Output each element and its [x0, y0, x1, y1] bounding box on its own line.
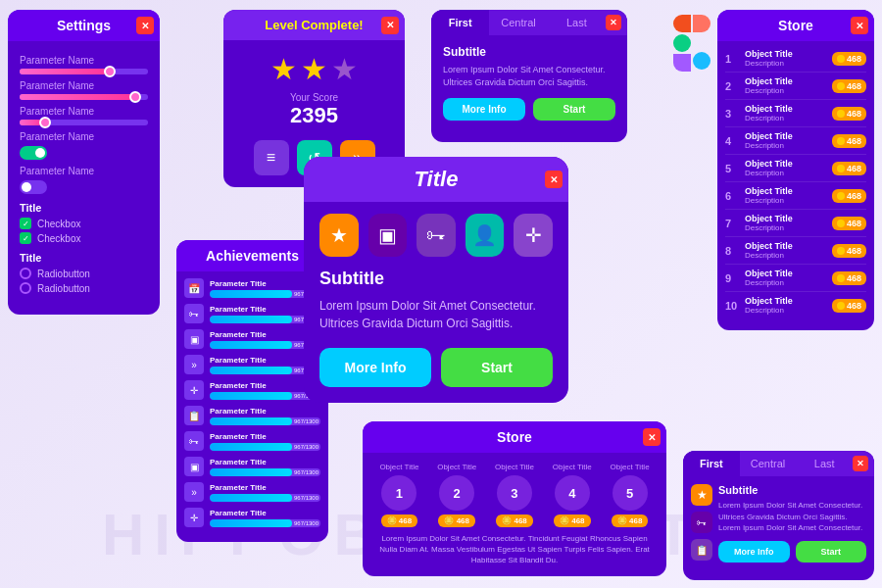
- tab-close-btn[interactable]: ✕: [606, 15, 621, 30]
- store-price-btn-4[interactable]: 468: [832, 134, 866, 148]
- tab-br-central[interactable]: Central: [740, 451, 797, 476]
- store-row-6: 6 Object Title Description 468: [725, 182, 866, 210]
- tab-central[interactable]: Central: [489, 10, 547, 35]
- score-value: 2395: [223, 103, 405, 128]
- store-price-btn-6[interactable]: 468: [832, 189, 866, 203]
- radio-row-1[interactable]: Radiobutton: [20, 268, 148, 279]
- ach-title-6: Parameter Title: [210, 407, 320, 416]
- store-num-4: 4: [725, 135, 739, 147]
- main-dialog-title: Title: [314, 167, 559, 192]
- toggle-1[interactable]: [20, 146, 47, 160]
- tab-br-close-btn[interactable]: ✕: [853, 456, 868, 471]
- figma-circle-pink: [693, 15, 710, 32]
- store-price-btn-8[interactable]: 468: [832, 244, 866, 258]
- store-price-btn-5[interactable]: 468: [832, 162, 866, 175]
- tab-br-first[interactable]: First: [683, 451, 740, 476]
- level-title: Level Complete!: [265, 18, 363, 32]
- store-num-2: 2: [725, 80, 739, 92]
- tab-br-start-btn[interactable]: Start: [796, 541, 867, 563]
- checkbox-row-1[interactable]: ✓ Checkbox: [20, 218, 148, 229]
- checkbox-row-2[interactable]: ✓ Checkbox: [20, 232, 148, 244]
- store-price-btn-7[interactable]: 468: [832, 217, 866, 230]
- main-dialog-body: Subtitle Lorem Ipsum Dolor Sit Amet Cons…: [304, 269, 568, 387]
- store-price-btn-10[interactable]: 468: [832, 299, 866, 313]
- ach-progress-6: 967/1300: [294, 417, 318, 425]
- ach-row-9: » Parameter Title 967/1300: [184, 479, 320, 505]
- settings-body: Parameter Name Parameter Name Parameter …: [8, 41, 160, 305]
- main-dialog-close-btn[interactable]: ✕: [545, 171, 563, 188]
- store-bottom-price-1[interactable]: 🪙 468: [381, 514, 418, 527]
- store-price-btn-3[interactable]: 468: [832, 107, 866, 121]
- ach-title-7: Parameter Title: [210, 432, 320, 441]
- toggle-row-2: [20, 180, 148, 194]
- store-bottom-price-3[interactable]: 🪙 468: [496, 514, 533, 527]
- store-price-btn-2[interactable]: 468: [832, 79, 866, 93]
- ach-row-5: ✛ Parameter Title 967/1300: [184, 377, 320, 403]
- star-2: ★: [301, 52, 327, 86]
- store-bottom-price-5[interactable]: 🪙 468: [612, 514, 649, 527]
- tab-br-icon-key[interactable]: 🗝: [691, 512, 712, 533]
- tab-br-subtitle: Subtitle: [718, 484, 866, 496]
- checkbox-2[interactable]: ✓: [20, 232, 31, 244]
- store-price-btn-1[interactable]: 468: [832, 52, 866, 66]
- ach-title-9: Parameter Title: [210, 483, 320, 492]
- figma-col-1: [673, 15, 691, 72]
- ach-icon-4: »: [184, 355, 204, 374]
- figma-circle-blue: [693, 52, 710, 70]
- store-bottom-circle-3: 3: [497, 475, 532, 511]
- tab-br-icon-star[interactable]: ★: [691, 484, 712, 506]
- radio-2[interactable]: [20, 282, 31, 294]
- param-label-1: Parameter Name: [20, 55, 148, 66]
- store-price-btn-9[interactable]: 468: [832, 271, 866, 285]
- tab-br-icon-doc[interactable]: 📋: [691, 539, 712, 561]
- level-btn-list[interactable]: ≡: [254, 140, 289, 175]
- checkbox-1[interactable]: ✓: [20, 218, 31, 229]
- ach-progress-7: 967/1300: [294, 443, 318, 451]
- settings-title: Settings: [57, 18, 111, 33]
- store-info-3: Object Title Description: [745, 104, 826, 122]
- slider-1[interactable]: [20, 69, 148, 74]
- store-bottom-price-2[interactable]: 🪙 468: [438, 514, 475, 527]
- tab-start-btn[interactable]: Start: [533, 98, 615, 121]
- store-bottom-label-2: Object Title: [437, 463, 476, 471]
- level-close-btn[interactable]: ✕: [381, 17, 399, 34]
- dialog-icon-card[interactable]: ▣: [368, 214, 408, 257]
- store-obj-title-9: Object Title: [745, 269, 826, 278]
- settings-close-btn[interactable]: ✕: [136, 17, 154, 34]
- main-start-btn[interactable]: Start: [441, 348, 553, 387]
- figma-circle-green: [673, 34, 691, 52]
- ach-bar-7: 967/1300: [210, 443, 320, 451]
- tab-more-info-btn[interactable]: More Info: [443, 98, 525, 121]
- store-bottom-item-2: Object Title 2 🪙 468: [437, 463, 476, 527]
- store-obj-desc-10: Description: [745, 306, 826, 315]
- store-bottom-close-btn[interactable]: ✕: [643, 428, 661, 446]
- store-bottom-label-3: Object Title: [495, 463, 534, 471]
- slider-3[interactable]: [20, 120, 148, 125]
- ach-row-4: » Parameter Title 967/1300: [184, 352, 320, 377]
- star-3: ★: [331, 52, 358, 86]
- store-right-close-btn[interactable]: ✕: [851, 17, 868, 34]
- store-bottom-price-4[interactable]: 🪙 468: [554, 514, 591, 527]
- radio-1[interactable]: [20, 268, 31, 279]
- ach-icon-6: 📋: [184, 406, 204, 425]
- store-bottom-circle-2: 2: [439, 475, 474, 511]
- slider-2[interactable]: [20, 94, 148, 100]
- store-bottom-label-5: Object Title: [611, 463, 650, 471]
- tab-first[interactable]: First: [431, 10, 489, 35]
- store-info-4: Object Title Description: [745, 131, 826, 150]
- main-more-info-btn[interactable]: More Info: [319, 348, 431, 387]
- store-bottom-item-5: Object Title 5 🪙 468: [611, 463, 650, 527]
- toggle-2[interactable]: [20, 180, 47, 194]
- store-num-9: 9: [725, 272, 739, 284]
- dialog-icon-plus[interactable]: ✛: [514, 214, 553, 257]
- ach-row-2: 🗝 Parameter Title 967/1300: [184, 301, 320, 326]
- param-label-3: Parameter Name: [20, 106, 148, 117]
- main-desc: Lorem Ipsum Dolor Sit Amet Consectetur. …: [319, 297, 553, 332]
- dialog-icon-star[interactable]: ★: [319, 214, 359, 257]
- radio-row-2[interactable]: Radiobutton: [20, 282, 148, 294]
- tab-br-more-btn[interactable]: More Info: [718, 541, 790, 563]
- dialog-icon-key[interactable]: 🗝: [416, 214, 456, 257]
- dialog-icon-person[interactable]: 👤: [466, 214, 505, 257]
- settings-panel: Settings ✕ Parameter Name Parameter Name…: [8, 10, 160, 315]
- ach-title-10: Parameter Title: [210, 509, 320, 517]
